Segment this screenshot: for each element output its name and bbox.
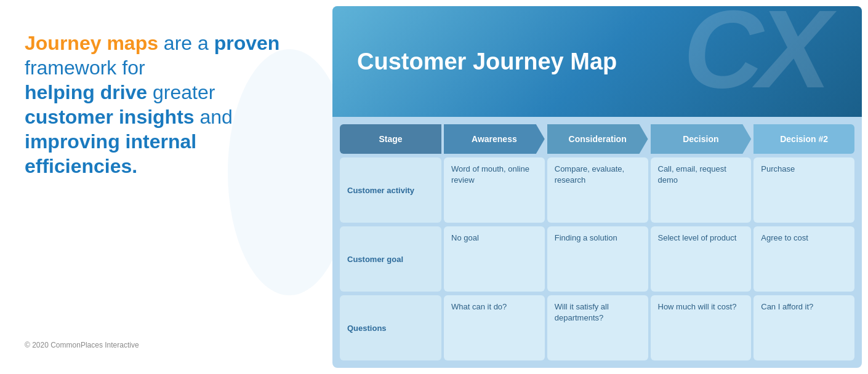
headline-bold-blue-proven: proven <box>214 32 280 54</box>
cjm-title: Customer Journey Map <box>357 49 617 75</box>
right-panel: CX Customer Journey Map Stage Awareness … <box>332 0 868 374</box>
stage-header-awareness: Awareness <box>444 124 545 154</box>
headline-normal-3: greater <box>147 81 215 103</box>
left-panel: Journey maps are a proven framework for … <box>0 0 332 374</box>
table-row: Customer activity Word of mouth, online … <box>340 157 854 223</box>
row-label-2: Questions <box>340 295 441 360</box>
stage-header-decision: Decision <box>651 124 752 154</box>
headline-bold-orange: Journey maps <box>25 32 158 54</box>
headline-bold-blue-insights: customer insights <box>25 106 195 128</box>
row-label-1: Customer goal <box>340 226 441 292</box>
row-consideration-2: Will it satisfy all departments? <box>547 295 648 360</box>
row-awareness-2: What can it do? <box>444 295 545 360</box>
data-rows: Customer activity Word of mouth, online … <box>340 157 854 360</box>
row-awareness-1: No goal <box>444 226 545 292</box>
copyright-text: © 2020 CommonPlaces Interactive <box>25 341 308 349</box>
stage-header-decision2: Decision #2 <box>753 124 854 154</box>
row-label-0: Customer activity <box>340 157 441 223</box>
stages-row: Stage Awareness Consideration Decision D… <box>340 124 854 154</box>
table-row: Customer goal No goal Finding a solution… <box>340 226 854 292</box>
row-decision2-2: Can I afford it? <box>753 295 854 360</box>
headline-bold-blue-improving: improving internal efficiencies. <box>25 130 196 177</box>
row-decision-2: How much will it cost? <box>651 295 752 360</box>
row-awareness-0: Word of mouth, online review <box>444 157 545 223</box>
row-consideration-1: Finding a solution <box>547 226 648 292</box>
stage-header-stage: Stage <box>340 124 441 154</box>
headline: Journey maps are a proven framework for … <box>25 31 308 178</box>
cjm-container: CX Customer Journey Map Stage Awareness … <box>332 6 862 368</box>
table-row: Questions What can it do? Will it satisf… <box>340 295 854 360</box>
cx-logo: CX <box>683 6 825 105</box>
row-decision-0: Call, email, request demo <box>651 157 752 223</box>
headline-normal-1: are a <box>158 32 214 54</box>
headline-normal-4: and <box>195 106 233 128</box>
row-consideration-0: Compare, evaluate, research <box>547 157 648 223</box>
headline-normal-2: framework for <box>25 57 145 79</box>
row-decision2-1: Agree to cost <box>753 226 854 292</box>
cjm-header: CX Customer Journey Map <box>332 6 862 117</box>
stage-header-consideration: Consideration <box>547 124 648 154</box>
row-decision-1: Select level of product <box>651 226 752 292</box>
headline-bold-blue-helping: helping drive <box>25 81 147 103</box>
cjm-table: Stage Awareness Consideration Decision D… <box>332 117 862 368</box>
row-decision2-0: Purchase <box>753 157 854 223</box>
